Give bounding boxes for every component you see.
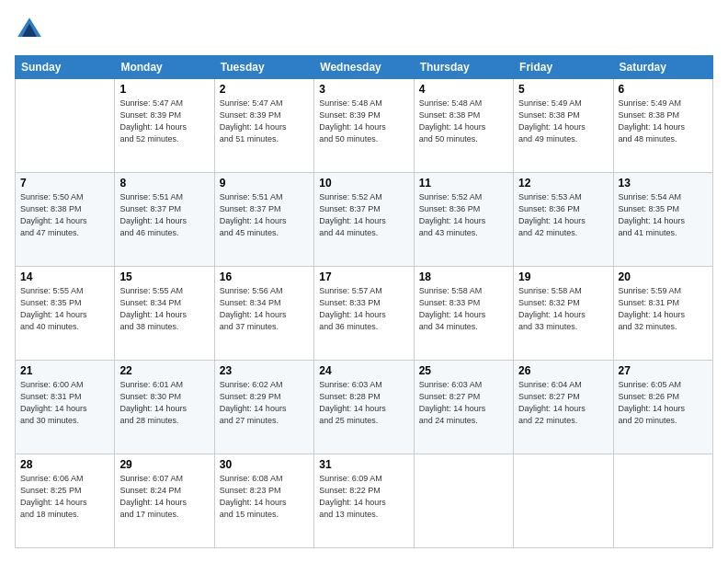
day-number: 30 — [220, 458, 309, 471]
table-row: 7Sunrise: 5:50 AM Sunset: 8:38 PM Daylig… — [16, 173, 115, 267]
table-row: 18Sunrise: 5:58 AM Sunset: 8:33 PM Dayli… — [414, 267, 513, 361]
calendar-header-wednesday: Wednesday — [314, 56, 414, 79]
logo — [15, 15, 46, 44]
table-row: 3Sunrise: 5:48 AM Sunset: 8:39 PM Daylig… — [314, 79, 414, 173]
day-number: 16 — [220, 270, 309, 283]
table-row — [414, 454, 513, 548]
table-row: 11Sunrise: 5:52 AM Sunset: 8:36 PM Dayli… — [414, 173, 513, 267]
day-number: 1 — [119, 83, 209, 96]
day-number: 23 — [220, 364, 309, 377]
day-number: 31 — [319, 458, 408, 471]
day-info: Sunrise: 5:55 AM Sunset: 8:34 PM Dayligh… — [119, 285, 209, 333]
day-info: Sunrise: 5:51 AM Sunset: 8:37 PM Dayligh… — [119, 191, 209, 239]
day-number: 19 — [518, 270, 608, 283]
day-number: 17 — [319, 270, 408, 283]
table-row: 23Sunrise: 6:02 AM Sunset: 8:29 PM Dayli… — [214, 361, 313, 454]
day-number: 9 — [220, 177, 309, 190]
day-info: Sunrise: 6:00 AM Sunset: 8:31 PM Dayligh… — [20, 379, 109, 427]
day-info: Sunrise: 5:49 AM Sunset: 8:38 PM Dayligh… — [518, 98, 608, 145]
day-number: 13 — [619, 177, 708, 190]
day-info: Sunrise: 5:48 AM Sunset: 8:39 PM Dayligh… — [319, 98, 408, 145]
day-info: Sunrise: 5:58 AM Sunset: 8:32 PM Dayligh… — [518, 285, 608, 333]
table-row: 9Sunrise: 5:51 AM Sunset: 8:37 PM Daylig… — [214, 173, 313, 267]
day-info: Sunrise: 6:06 AM Sunset: 8:25 PM Dayligh… — [20, 473, 109, 521]
calendar-header-row: SundayMondayTuesdayWednesdayThursdayFrid… — [16, 56, 713, 79]
day-info: Sunrise: 5:52 AM Sunset: 8:37 PM Dayligh… — [319, 191, 408, 239]
table-row: 15Sunrise: 5:55 AM Sunset: 8:34 PM Dayli… — [115, 267, 214, 361]
table-row: 27Sunrise: 6:05 AM Sunset: 8:26 PM Dayli… — [613, 361, 712, 454]
table-row — [613, 454, 712, 548]
table-row: 21Sunrise: 6:00 AM Sunset: 8:31 PM Dayli… — [16, 361, 115, 454]
table-row: 12Sunrise: 5:53 AM Sunset: 8:36 PM Dayli… — [514, 173, 613, 267]
day-number: 4 — [419, 83, 508, 96]
calendar-header-sunday: Sunday — [16, 56, 115, 79]
day-number: 3 — [319, 83, 408, 96]
day-number: 20 — [619, 270, 708, 283]
page: SundayMondayTuesdayWednesdayThursdayFrid… — [0, 0, 728, 563]
table-row: 20Sunrise: 5:59 AM Sunset: 8:31 PM Dayli… — [613, 267, 712, 361]
calendar-week-row: 21Sunrise: 6:00 AM Sunset: 8:31 PM Dayli… — [16, 361, 713, 454]
day-info: Sunrise: 6:09 AM Sunset: 8:22 PM Dayligh… — [319, 473, 408, 521]
day-number: 21 — [20, 364, 109, 377]
table-row: 4Sunrise: 5:48 AM Sunset: 8:38 PM Daylig… — [414, 79, 513, 173]
calendar-header-monday: Monday — [115, 56, 214, 79]
day-info: Sunrise: 5:48 AM Sunset: 8:38 PM Dayligh… — [419, 98, 508, 145]
day-number: 15 — [119, 270, 209, 283]
day-info: Sunrise: 5:58 AM Sunset: 8:33 PM Dayligh… — [419, 285, 508, 333]
table-row — [514, 454, 613, 548]
table-row: 28Sunrise: 6:06 AM Sunset: 8:25 PM Dayli… — [16, 454, 115, 548]
table-row: 24Sunrise: 6:03 AM Sunset: 8:28 PM Dayli… — [314, 361, 414, 454]
calendar-week-row: 7Sunrise: 5:50 AM Sunset: 8:38 PM Daylig… — [16, 173, 713, 267]
day-number: 22 — [119, 364, 209, 377]
calendar-header-saturday: Saturday — [613, 56, 712, 79]
day-info: Sunrise: 5:55 AM Sunset: 8:35 PM Dayligh… — [20, 285, 109, 333]
day-number: 28 — [20, 458, 109, 471]
day-number: 7 — [20, 177, 109, 190]
day-info: Sunrise: 5:53 AM Sunset: 8:36 PM Dayligh… — [518, 191, 608, 239]
day-number: 11 — [419, 177, 508, 190]
day-number: 2 — [220, 83, 309, 96]
day-number: 18 — [419, 270, 508, 283]
day-number: 5 — [518, 83, 608, 96]
calendar-week-row: 14Sunrise: 5:55 AM Sunset: 8:35 PM Dayli… — [16, 267, 713, 361]
day-number: 27 — [619, 364, 708, 377]
table-row: 31Sunrise: 6:09 AM Sunset: 8:22 PM Dayli… — [314, 454, 414, 548]
calendar-week-row: 1Sunrise: 5:47 AM Sunset: 8:39 PM Daylig… — [16, 79, 713, 173]
day-info: Sunrise: 6:01 AM Sunset: 8:30 PM Dayligh… — [119, 379, 209, 427]
table-row: 25Sunrise: 6:03 AM Sunset: 8:27 PM Dayli… — [414, 361, 513, 454]
calendar-header-friday: Friday — [514, 56, 613, 79]
table-row: 14Sunrise: 5:55 AM Sunset: 8:35 PM Dayli… — [16, 267, 115, 361]
table-row: 1Sunrise: 5:47 AM Sunset: 8:39 PM Daylig… — [115, 79, 214, 173]
table-row: 8Sunrise: 5:51 AM Sunset: 8:37 PM Daylig… — [115, 173, 214, 267]
day-number: 10 — [319, 177, 408, 190]
day-number: 25 — [419, 364, 508, 377]
day-info: Sunrise: 6:08 AM Sunset: 8:23 PM Dayligh… — [220, 473, 309, 521]
day-info: Sunrise: 6:07 AM Sunset: 8:24 PM Dayligh… — [119, 473, 209, 521]
table-row: 6Sunrise: 5:49 AM Sunset: 8:38 PM Daylig… — [613, 79, 712, 173]
day-info: Sunrise: 5:47 AM Sunset: 8:39 PM Dayligh… — [220, 98, 309, 145]
day-info: Sunrise: 6:03 AM Sunset: 8:27 PM Dayligh… — [419, 379, 508, 427]
day-info: Sunrise: 5:59 AM Sunset: 8:31 PM Dayligh… — [619, 285, 708, 333]
table-row: 19Sunrise: 5:58 AM Sunset: 8:32 PM Dayli… — [514, 267, 613, 361]
day-info: Sunrise: 5:54 AM Sunset: 8:35 PM Dayligh… — [619, 191, 708, 239]
day-number: 26 — [518, 364, 608, 377]
logo-icon — [15, 15, 44, 44]
calendar-header-thursday: Thursday — [414, 56, 513, 79]
table-row — [16, 79, 115, 173]
day-number: 6 — [619, 83, 708, 96]
day-info: Sunrise: 5:52 AM Sunset: 8:36 PM Dayligh… — [419, 191, 508, 239]
table-row: 22Sunrise: 6:01 AM Sunset: 8:30 PM Dayli… — [115, 361, 214, 454]
day-info: Sunrise: 6:02 AM Sunset: 8:29 PM Dayligh… — [220, 379, 309, 427]
day-info: Sunrise: 6:05 AM Sunset: 8:26 PM Dayligh… — [619, 379, 708, 427]
day-info: Sunrise: 6:03 AM Sunset: 8:28 PM Dayligh… — [319, 379, 408, 427]
day-info: Sunrise: 5:47 AM Sunset: 8:39 PM Dayligh… — [119, 98, 209, 145]
calendar-header-tuesday: Tuesday — [214, 56, 313, 79]
table-row: 5Sunrise: 5:49 AM Sunset: 8:38 PM Daylig… — [514, 79, 613, 173]
day-info: Sunrise: 6:04 AM Sunset: 8:27 PM Dayligh… — [518, 379, 608, 427]
day-number: 12 — [518, 177, 608, 190]
day-info: Sunrise: 5:49 AM Sunset: 8:38 PM Dayligh… — [619, 98, 708, 145]
day-info: Sunrise: 5:56 AM Sunset: 8:34 PM Dayligh… — [220, 285, 309, 333]
day-number: 8 — [119, 177, 209, 190]
day-info: Sunrise: 5:50 AM Sunset: 8:38 PM Dayligh… — [20, 191, 109, 239]
table-row: 29Sunrise: 6:07 AM Sunset: 8:24 PM Dayli… — [115, 454, 214, 548]
